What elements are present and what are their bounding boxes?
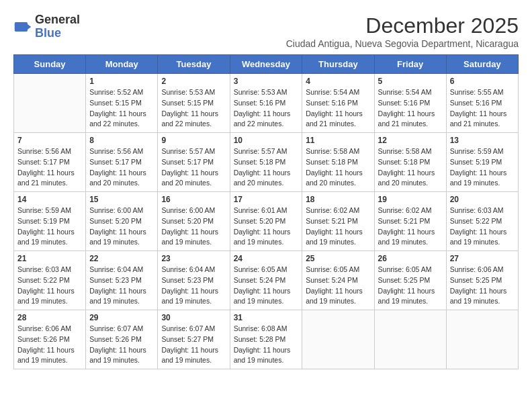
day-number: 24 [234,254,299,263]
day-info: Sunrise: 6:07 AM Sunset: 5:26 PM Dayligh… [89,324,154,366]
day-number: 22 [89,254,154,263]
calendar-day: 2Sunrise: 5:53 AM Sunset: 5:15 PM Daylig… [158,74,230,133]
calendar-body: 1Sunrise: 5:52 AM Sunset: 5:15 PM Daylig… [14,74,519,369]
day-info: Sunrise: 5:58 AM Sunset: 5:18 PM Dayligh… [306,146,370,189]
day-number: 8 [89,136,154,145]
day-number: 27 [450,254,515,263]
calendar-day [14,74,86,133]
weekday-header-tuesday: Tuesday [158,55,230,74]
location-subtitle: Ciudad Antigua, Nueva Segovia Department… [286,38,519,49]
day-number: 3 [234,77,299,86]
calendar-day [302,310,374,369]
day-info: Sunrise: 6:04 AM Sunset: 5:23 PM Dayligh… [89,265,154,307]
day-info: Sunrise: 6:04 AM Sunset: 5:23 PM Dayligh… [161,265,226,307]
calendar-day: 7Sunrise: 5:56 AM Sunset: 5:17 PM Daylig… [14,133,86,192]
day-info: Sunrise: 6:08 AM Sunset: 5:28 PM Dayligh… [234,324,299,366]
calendar-day: 5Sunrise: 5:54 AM Sunset: 5:16 PM Daylig… [374,74,446,133]
day-info: Sunrise: 5:59 AM Sunset: 5:19 PM Dayligh… [450,146,515,189]
day-info: Sunrise: 6:05 AM Sunset: 5:25 PM Dayligh… [378,265,443,307]
calendar-week-3: 14Sunrise: 5:59 AM Sunset: 5:19 PM Dayli… [14,192,519,251]
calendar-header-row: SundayMondayTuesdayWednesdayThursdayFrid… [14,55,519,74]
weekday-header-thursday: Thursday [302,55,374,74]
day-number: 29 [89,313,154,322]
day-info: Sunrise: 5:53 AM Sunset: 5:15 PM Dayligh… [161,87,226,130]
day-info: Sunrise: 5:57 AM Sunset: 5:18 PM Dayligh… [234,146,299,189]
day-number: 2 [161,77,226,86]
weekday-header-saturday: Saturday [446,55,518,74]
day-number: 5 [378,77,443,86]
day-info: Sunrise: 5:54 AM Sunset: 5:16 PM Dayligh… [306,87,370,130]
day-info: Sunrise: 6:01 AM Sunset: 5:20 PM Dayligh… [234,205,299,248]
day-number: 17 [234,195,299,204]
month-title: December 2025 [286,13,519,38]
day-info: Sunrise: 6:05 AM Sunset: 5:24 PM Dayligh… [306,265,370,307]
day-number: 31 [234,313,299,322]
day-info: Sunrise: 6:00 AM Sunset: 5:20 PM Dayligh… [161,205,226,248]
day-number: 18 [306,195,370,204]
day-number: 19 [378,195,443,204]
day-number: 25 [306,254,370,263]
svg-rect-0 [15,22,28,32]
day-info: Sunrise: 5:57 AM Sunset: 5:17 PM Dayligh… [161,146,226,189]
calendar-day: 16Sunrise: 6:00 AM Sunset: 5:20 PM Dayli… [158,192,230,251]
page-header: General Blue December 2025 Ciudad Antigu… [13,13,519,49]
weekday-header-monday: Monday [86,55,158,74]
day-number: 10 [234,136,299,145]
day-number: 12 [378,136,443,145]
calendar-week-1: 1Sunrise: 5:52 AM Sunset: 5:15 PM Daylig… [14,74,519,133]
weekday-header-wednesday: Wednesday [230,55,302,74]
day-info: Sunrise: 5:59 AM Sunset: 5:19 PM Dayligh… [17,205,82,248]
calendar-day: 8Sunrise: 5:56 AM Sunset: 5:17 PM Daylig… [86,133,158,192]
day-number: 9 [161,136,226,145]
calendar-day: 24Sunrise: 6:05 AM Sunset: 5:24 PM Dayli… [230,251,302,310]
day-info: Sunrise: 6:00 AM Sunset: 5:20 PM Dayligh… [89,205,154,248]
calendar-day: 17Sunrise: 6:01 AM Sunset: 5:20 PM Dayli… [230,192,302,251]
calendar-week-2: 7Sunrise: 5:56 AM Sunset: 5:17 PM Daylig… [14,133,519,192]
day-info: Sunrise: 5:56 AM Sunset: 5:17 PM Dayligh… [89,146,154,189]
calendar-day: 23Sunrise: 6:04 AM Sunset: 5:23 PM Dayli… [158,251,230,310]
day-number: 4 [306,77,370,86]
day-info: Sunrise: 6:05 AM Sunset: 5:24 PM Dayligh… [234,265,299,307]
day-number: 7 [17,136,82,145]
day-info: Sunrise: 6:02 AM Sunset: 5:21 PM Dayligh… [378,205,443,248]
calendar-day: 25Sunrise: 6:05 AM Sunset: 5:24 PM Dayli… [302,251,374,310]
day-info: Sunrise: 5:52 AM Sunset: 5:15 PM Dayligh… [89,87,154,130]
calendar-day [446,310,518,369]
day-number: 28 [17,313,82,322]
weekday-header-friday: Friday [374,55,446,74]
day-info: Sunrise: 6:06 AM Sunset: 5:25 PM Dayligh… [450,265,515,307]
calendar-day: 29Sunrise: 6:07 AM Sunset: 5:26 PM Dayli… [86,310,158,369]
day-info: Sunrise: 5:56 AM Sunset: 5:17 PM Dayligh… [17,146,82,189]
day-number: 16 [161,195,226,204]
calendar-day: 18Sunrise: 6:02 AM Sunset: 5:21 PM Dayli… [302,192,374,251]
day-number: 30 [161,313,226,322]
calendar-week-4: 21Sunrise: 6:03 AM Sunset: 5:22 PM Dayli… [14,251,519,310]
calendar-day: 26Sunrise: 6:05 AM Sunset: 5:25 PM Dayli… [374,251,446,310]
calendar-day: 4Sunrise: 5:54 AM Sunset: 5:16 PM Daylig… [302,74,374,133]
calendar-day: 9Sunrise: 5:57 AM Sunset: 5:17 PM Daylig… [158,133,230,192]
day-number: 14 [17,195,82,204]
calendar-day: 22Sunrise: 6:04 AM Sunset: 5:23 PM Dayli… [86,251,158,310]
calendar-day: 15Sunrise: 6:00 AM Sunset: 5:20 PM Dayli… [86,192,158,251]
day-number: 13 [450,136,515,145]
day-info: Sunrise: 6:06 AM Sunset: 5:26 PM Dayligh… [17,324,82,366]
logo: General Blue [13,13,80,40]
calendar-day: 13Sunrise: 5:59 AM Sunset: 5:19 PM Dayli… [446,133,518,192]
day-info: Sunrise: 6:07 AM Sunset: 5:27 PM Dayligh… [161,324,226,366]
day-info: Sunrise: 5:53 AM Sunset: 5:16 PM Dayligh… [234,87,299,130]
calendar-day [374,310,446,369]
calendar-day: 31Sunrise: 6:08 AM Sunset: 5:28 PM Dayli… [230,310,302,369]
calendar-table: SundayMondayTuesdayWednesdayThursdayFrid… [13,54,519,369]
calendar-day: 20Sunrise: 6:03 AM Sunset: 5:22 PM Dayli… [446,192,518,251]
day-number: 6 [450,77,515,86]
logo-icon [13,17,32,36]
day-info: Sunrise: 5:54 AM Sunset: 5:16 PM Dayligh… [378,87,443,130]
calendar-day: 12Sunrise: 5:58 AM Sunset: 5:18 PM Dayli… [374,133,446,192]
calendar-day: 27Sunrise: 6:06 AM Sunset: 5:25 PM Dayli… [446,251,518,310]
day-number: 26 [378,254,443,263]
day-number: 1 [89,77,154,86]
weekday-header-sunday: Sunday [14,55,86,74]
day-number: 20 [450,195,515,204]
calendar-day: 21Sunrise: 6:03 AM Sunset: 5:22 PM Dayli… [14,251,86,310]
day-info: Sunrise: 5:58 AM Sunset: 5:18 PM Dayligh… [378,146,443,189]
